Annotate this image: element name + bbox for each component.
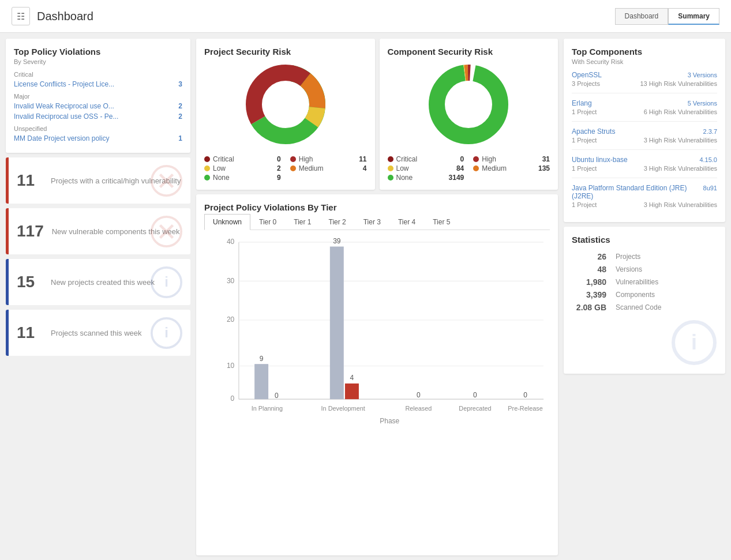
component-version-jre: 8u91	[703, 185, 717, 191]
component-erlang: Erlang 5 Versions 1 Project 6 High Risk …	[572, 99, 717, 122]
component-name-jre[interactable]: Java Platform Standard Edition (JRE) (J2…	[572, 184, 699, 200]
svg-text:i: i	[164, 324, 168, 340]
none-dot	[204, 175, 210, 181]
svg-text:0: 0	[523, 391, 527, 399]
stat-versions-label: Versions	[616, 265, 717, 273]
top-components-list: OpenSSL 3 Versions 3 Projects 13 High Ri…	[572, 71, 717, 214]
component-version-apache-struts: 2.3.7	[703, 128, 717, 135]
violation-row-2: Invalid Weak Reciprocal use O... 2	[14, 102, 182, 110]
bar-planning-gray	[254, 364, 268, 399]
violation-row-4: MM Date Project version policy 1	[14, 134, 182, 142]
critical-dot	[204, 156, 210, 162]
tab-tier2[interactable]: Tier 2	[320, 214, 355, 230]
svg-text:39: 39	[333, 237, 341, 245]
main-layout: Top Policy Violations By Severity Critic…	[0, 33, 731, 560]
violations-tier-title: Project Policy Violations By Tier	[204, 202, 550, 212]
stats-icon-decoration: i	[572, 320, 717, 366]
comp-legend-high: High 31	[473, 155, 550, 163]
dashboard-icon: ☷	[12, 7, 30, 25]
x-circle-icon	[151, 165, 182, 197]
nav-summary-button[interactable]: Summary	[668, 8, 719, 25]
svg-point-19	[447, 82, 490, 126]
statistics-list: 26 Projects 48 Versions 1,980 Vulnerabil…	[572, 250, 717, 314]
comp-legend-none: None 3149	[388, 174, 464, 182]
svg-text:9: 9	[260, 355, 264, 363]
component-name-apache-struts[interactable]: Apache Struts	[572, 127, 615, 136]
policy-title: Top Policy Violations	[14, 47, 182, 57]
high-dot	[290, 156, 296, 162]
stat-components: 3,399 Components	[572, 288, 717, 301]
svg-text:In Development: In Development	[321, 405, 365, 412]
right-panel: Top Components With Security Risk OpenSS…	[564, 39, 725, 555]
stat-number-new-projects: 15	[17, 273, 43, 291]
violation-link-2[interactable]: Invalid Weak Reciprocal use O...	[14, 102, 174, 110]
statistics-title: Statistics	[572, 235, 717, 245]
legend-low: Low 2	[204, 164, 281, 172]
component-openssl: OpenSSL 3 Versions 3 Projects 13 High Ri…	[572, 71, 717, 93]
project-risk-title: Project Security Risk	[204, 47, 367, 57]
header-nav: Dashboard Summary	[615, 8, 719, 25]
component-name-ubuntu[interactable]: Ubuntu linux-base	[572, 156, 628, 164]
component-name-openssl[interactable]: OpenSSL	[572, 71, 602, 79]
svg-text:Deprecated: Deprecated	[459, 405, 491, 412]
violation-link-3[interactable]: Invalid Reciprocal use OSS - Pe...	[14, 112, 174, 121]
component-version-erlang: 5 Versions	[688, 100, 717, 107]
svg-text:30: 30	[227, 277, 235, 285]
svg-text:0: 0	[231, 394, 235, 403]
info-circle-icon: i	[151, 266, 182, 298]
stat-scanned-code-num: 2.08 GB	[572, 303, 606, 312]
nav-dashboard-button[interactable]: Dashboard	[615, 8, 669, 25]
svg-text:Pre-Release: Pre-Release	[508, 405, 542, 412]
stat-components-num: 3,399	[572, 290, 606, 299]
svg-text:0: 0	[275, 392, 279, 400]
stat-versions-num: 48	[572, 265, 606, 274]
component-security-risk-card: Component Security Risk C	[380, 39, 558, 190]
top-components-card: Top Components With Security Risk OpenSS…	[564, 39, 725, 222]
stat-number-critical: 11	[17, 171, 43, 190]
medium-dot	[290, 166, 296, 171]
svg-text:In Planning: In Planning	[252, 405, 283, 412]
security-risk-charts: Project Security Risk Cri	[196, 39, 558, 190]
tab-tier1[interactable]: Tier 1	[285, 214, 320, 230]
violation-link-1[interactable]: License Conflicts - Project Lice...	[14, 80, 174, 88]
component-version-openssl: 3 Versions	[688, 72, 717, 78]
component-ubuntu: Ubuntu linux-base 4.15.0 1 Project 3 Hig…	[572, 156, 717, 178]
svg-text:i: i	[164, 273, 168, 289]
component-name-erlang[interactable]: Erlang	[572, 99, 592, 107]
policy-subtitle: By Severity	[14, 58, 182, 65]
violation-count-2: 2	[178, 102, 182, 110]
component-donut-legend: Critical 0 High 31 Low 84	[388, 155, 550, 182]
violation-count-3: 2	[178, 112, 182, 121]
component-donut-chart	[422, 58, 515, 151]
legend-medium: Medium 4	[290, 164, 367, 172]
comp-high-dot	[473, 156, 479, 162]
component-meta-apache-struts: 1 Project 3 High Risk Vulnerabilities	[572, 137, 717, 144]
tab-tier0[interactable]: Tier 0	[250, 214, 285, 230]
comp-legend-critical: Critical 0	[388, 155, 464, 163]
bar-chart: 40 30 20 10 0 9 0 In Planning	[204, 236, 550, 431]
left-panel: Top Policy Violations By Severity Critic…	[6, 39, 190, 555]
stat-projects-num: 26	[572, 252, 606, 261]
tab-unknown[interactable]: Unknown	[204, 214, 250, 230]
component-version-ubuntu: 4.15.0	[699, 156, 717, 163]
stat-number-scanned: 11	[17, 324, 43, 342]
stat-card-new-projects: 15 New projects created this week i	[6, 259, 190, 305]
tab-tier3[interactable]: Tier 3	[355, 214, 389, 230]
component-meta-openssl: 3 Projects 13 High Risk Vulnerabilities	[572, 80, 717, 87]
tab-tier5[interactable]: Tier 5	[424, 214, 459, 230]
violation-count-4: 1	[178, 134, 182, 142]
tab-tier4[interactable]: Tier 4	[389, 214, 424, 230]
svg-text:20: 20	[227, 315, 235, 324]
violation-link-4[interactable]: MM Date Project version policy	[14, 134, 174, 142]
severity-unspecified-label: Unspecified	[14, 125, 182, 132]
stat-card-scanned: 11 Projects scanned this week i	[6, 310, 190, 356]
bar-dev-red	[345, 384, 359, 399]
stat-projects-label: Projects	[616, 253, 717, 261]
low-dot	[204, 166, 210, 171]
component-meta-erlang: 1 Project 6 High Risk Vulnerabilities	[572, 108, 717, 115]
tier-tabs: Unknown Tier 0 Tier 1 Tier 2 Tier 3 Tier…	[204, 214, 550, 230]
header: ☷ Dashboard Dashboard Summary	[0, 0, 731, 33]
svg-text:40: 40	[227, 238, 235, 246]
severity-major-label: Major	[14, 93, 182, 100]
stat-scanned-code: 2.08 GB Scanned Code	[572, 301, 717, 314]
